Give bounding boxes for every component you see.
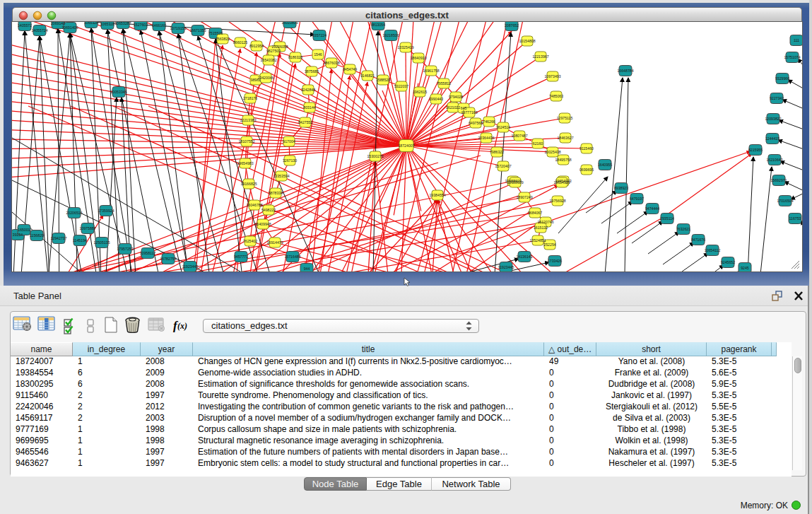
svg-text:1546: 1546 — [314, 52, 322, 57]
svg-text:3267130: 3267130 — [283, 158, 297, 163]
svg-text:20364436: 20364436 — [478, 136, 494, 140]
svg-text:7563822: 7563822 — [216, 37, 230, 41]
svg-text:9794028: 9794028 — [449, 95, 463, 99]
svg-text:165001: 165001 — [18, 228, 30, 232]
svg-text:17957253: 17957253 — [117, 247, 133, 251]
svg-text:16782759: 16782759 — [160, 257, 176, 261]
svg-text:1588520: 1588520 — [376, 78, 390, 82]
svg-text:6497568: 6497568 — [469, 121, 483, 125]
svg-text:9827503: 9827503 — [266, 49, 281, 53]
svg-text:13353594: 13353594 — [273, 174, 289, 178]
svg-text:19166825: 19166825 — [240, 182, 257, 186]
svg-text:1615132: 1615132 — [534, 226, 548, 230]
svg-text:16046788: 16046788 — [246, 203, 262, 207]
svg-text:18907249: 18907249 — [516, 195, 532, 199]
svg-text:20206516: 20206516 — [66, 211, 82, 215]
svg-text:7986322: 7986322 — [490, 150, 504, 154]
svg-text:18107552: 18107552 — [238, 139, 254, 144]
svg-text:111: 111 — [794, 38, 799, 42]
svg-text:6479197: 6479197 — [630, 197, 644, 201]
svg-text:16033809: 16033809 — [281, 22, 298, 25]
svg-text:5322037: 5322037 — [394, 84, 408, 88]
svg-text:2935114: 2935114 — [660, 216, 674, 221]
svg-text:7485063: 7485063 — [549, 94, 563, 98]
svg-text:16648784: 16648784 — [617, 69, 633, 73]
svg-text:2718176: 2718176 — [243, 96, 257, 100]
svg-text:10688609: 10688609 — [507, 180, 523, 185]
svg-text:10958117: 10958117 — [140, 251, 156, 255]
svg-text:16961758: 16961758 — [423, 69, 439, 73]
svg-text:13325419: 13325419 — [397, 45, 413, 49]
svg-text:10025438: 10025438 — [544, 150, 560, 154]
svg-text:14055724: 14055724 — [31, 28, 47, 33]
svg-text:16671355: 16671355 — [189, 28, 206, 33]
svg-text:18724007: 18724007 — [398, 144, 414, 148]
svg-text:9329966: 9329966 — [775, 76, 789, 81]
svg-text:19218506: 19218506 — [382, 33, 399, 37]
svg-text:15716485: 15716485 — [284, 255, 300, 259]
svg-text:11923445: 11923445 — [498, 265, 514, 269]
svg-text:3875685: 3875685 — [305, 69, 319, 74]
svg-text:8938923: 8938923 — [614, 186, 628, 190]
svg-text:7632621: 7632621 — [676, 227, 690, 231]
svg-text:1244415: 1244415 — [765, 136, 779, 141]
svg-text:6466160: 6466160 — [152, 23, 166, 28]
svg-text:9227342: 9227342 — [770, 96, 784, 100]
svg-text:3624514: 3624514 — [496, 125, 510, 129]
svg-text:2087652: 2087652 — [505, 23, 519, 28]
svg-text:7625402: 7625402 — [243, 239, 257, 243]
svg-text:1962615: 1962615 — [413, 90, 427, 94]
svg-text:9245652: 9245652 — [721, 260, 735, 264]
svg-text:39154: 39154 — [13, 233, 23, 237]
svg-text:10719155: 10719155 — [170, 26, 186, 30]
svg-text:8215955: 8215955 — [748, 148, 763, 152]
svg-text:8471676: 8471676 — [691, 238, 705, 242]
svg-text:1405572: 1405572 — [18, 23, 32, 28]
svg-text:8660125: 8660125 — [233, 40, 247, 45]
svg-text:1990443: 1990443 — [429, 97, 443, 101]
svg-text:19654923: 19654923 — [553, 180, 570, 185]
svg-text:1621022: 1621022 — [446, 105, 460, 110]
svg-text:116753: 116753 — [789, 216, 801, 221]
svg-text:12213383: 12213383 — [240, 118, 256, 122]
svg-text:9474444: 9474444 — [645, 206, 659, 211]
svg-text:5498222: 5498222 — [261, 208, 276, 212]
svg-text:8912954: 8912954 — [249, 44, 264, 48]
svg-text:3242848: 3242848 — [301, 88, 315, 92]
svg-text:0699695: 0699695 — [579, 168, 594, 172]
svg-text:917004: 917004 — [283, 139, 295, 144]
svg-text:10973493: 10973493 — [544, 74, 560, 78]
svg-text:8186328: 8186328 — [288, 55, 302, 59]
svg-text:746266: 746266 — [483, 119, 495, 124]
svg-text:18463627: 18463627 — [557, 136, 573, 140]
svg-text:10975887: 10975887 — [79, 226, 95, 230]
svg-text:12093822: 12093822 — [765, 117, 781, 121]
svg-text:1733426: 1733426 — [548, 259, 562, 263]
svg-text:1065328: 1065328 — [100, 22, 114, 26]
svg-text:12213967: 12213967 — [532, 54, 548, 59]
svg-text:19384554: 19384554 — [429, 193, 445, 197]
svg-text:1527602: 1527602 — [134, 23, 148, 27]
svg-text:10807487: 10807487 — [511, 134, 527, 138]
svg-text:17359924: 17359924 — [98, 209, 114, 213]
svg-text:23420046: 23420046 — [257, 76, 273, 80]
svg-text:1145194: 1145194 — [73, 238, 87, 243]
svg-text:19777169: 19777169 — [461, 110, 477, 115]
svg-text:16210643: 16210643 — [766, 158, 782, 162]
svg-text:16409948: 16409948 — [254, 222, 271, 226]
svg-text:9245: 9245 — [741, 266, 749, 270]
svg-text:10154808: 10154808 — [519, 39, 535, 43]
svg-text:5878334: 5878334 — [269, 191, 283, 195]
svg-text:9684067: 9684067 — [528, 211, 542, 215]
svg-text:18495758: 18495758 — [555, 158, 571, 162]
svg-text:7955812: 7955812 — [437, 81, 451, 86]
svg-text:16914479: 16914479 — [266, 240, 283, 245]
svg-text:18640910: 18640910 — [410, 56, 426, 60]
svg-text:62160: 62160 — [533, 141, 543, 146]
svg-text:1065328: 1065328 — [84, 22, 98, 25]
svg-text:14136141: 14136141 — [516, 255, 532, 259]
svg-text:10654112: 10654112 — [705, 248, 721, 252]
svg-text:8427552: 8427552 — [298, 120, 312, 124]
svg-text:11923445: 11923445 — [182, 264, 199, 269]
svg-text:8454749: 8454749 — [343, 67, 357, 71]
